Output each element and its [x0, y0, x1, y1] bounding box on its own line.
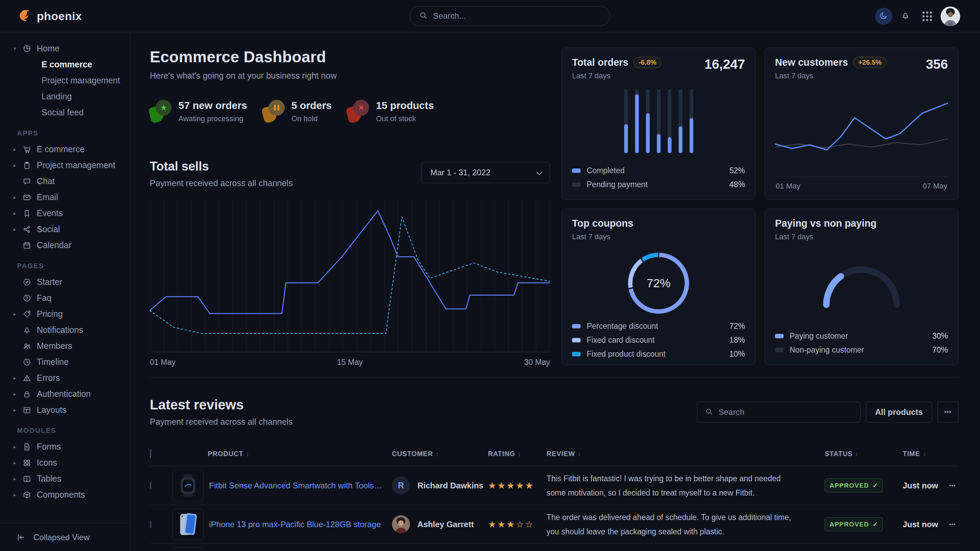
reviews-table: PRODUCT↕CUSTOMER↕RATING↕REVIEW↕STATUS↕TI… [150, 442, 959, 551]
topbar-actions [875, 0, 960, 32]
product-thumbnail [172, 470, 204, 501]
sidebar-item-project-management[interactable]: ▸Project management [0, 157, 130, 173]
product-link[interactable]: Fitbit Sense Advanced Smartwatch with To… [209, 481, 383, 491]
x-label-mid: 15 May [337, 358, 363, 367]
axis-label-start: 01 May [776, 182, 800, 191]
sidebar-item-e-commerce[interactable]: E commerce [0, 57, 130, 73]
compass-icon [22, 278, 37, 287]
brand[interactable]: phoenix [0, 8, 82, 24]
stat-item: ×15 productsOut of stock [347, 100, 434, 123]
sidebar-item-errors[interactable]: ▸Errors [0, 370, 130, 386]
legend-row: Fixed product discount10% [572, 349, 745, 359]
row-checkbox[interactable] [150, 521, 151, 528]
sidebar-item-label: Chat [37, 176, 55, 186]
cube-icon [22, 491, 37, 499]
select-all-checkbox[interactable] [150, 449, 151, 458]
sidebar-item-home[interactable]: ▾Home [0, 41, 130, 57]
lock-icon [22, 390, 37, 399]
avatar [392, 515, 410, 533]
notifications-button[interactable] [897, 8, 914, 25]
status-badge: APPROVED✓ [825, 517, 883, 531]
sidebar-item-label: E commerce [37, 144, 84, 154]
legend-row: Paying customer30% [775, 332, 948, 341]
apps-menu-button[interactable] [919, 8, 936, 25]
new-customers-x-axis: 01 May 07 May [775, 177, 948, 191]
collapse-view-button[interactable]: Collapsed View [0, 523, 130, 551]
sidebar-item-members[interactable]: Members [0, 338, 130, 354]
sidebar-item-events[interactable]: ▸Events [0, 205, 130, 221]
sidebar-item-label: Calendar [37, 240, 71, 250]
rating-stars: ★★★★★ [488, 480, 547, 491]
sidebar-item-landing[interactable]: Landing [0, 89, 130, 105]
column-header-rating[interactable]: RATING↕ [488, 450, 547, 458]
column-header-product[interactable]: PRODUCT↕ [172, 450, 392, 458]
sidebar-item-notifications[interactable]: Notifications [0, 322, 130, 338]
sidebar-item-faq[interactable]: Faq [0, 290, 130, 306]
column-header-customer[interactable]: CUSTOMER↕ [392, 450, 488, 458]
row-menu-button[interactable]: ••• [947, 483, 959, 489]
caret-right-icon: ▸ [14, 476, 22, 482]
sidebar-item-project-management[interactable]: Project management [0, 73, 130, 89]
reviews-subtitle: Payment received across all channels [150, 417, 293, 427]
theme-toggle-button[interactable] [875, 8, 892, 25]
sidebar-item-starter[interactable]: Starter [0, 274, 130, 290]
sidebar-item-label: Email [37, 192, 58, 202]
product-link[interactable]: iPhone 13 pro max-Pacific Blue-128GB sto… [209, 520, 381, 529]
sidebar-item-calendar[interactable]: Calendar [0, 237, 130, 253]
column-header-status[interactable]: STATUS↕ [825, 450, 903, 458]
search-icon [705, 407, 713, 417]
column-header-review[interactable]: REVIEW↕ [547, 450, 825, 458]
sidebar-item-label: Icons [37, 458, 57, 468]
reviews-search-input[interactable] [719, 407, 853, 417]
caret-right-icon: ▸ [14, 460, 22, 466]
row-checkbox[interactable] [150, 482, 151, 489]
sidebar-item-components[interactable]: ▸Components [0, 487, 130, 503]
chevron-down-icon [536, 169, 542, 175]
legend-label: Paying customer [790, 332, 932, 341]
legend-label: Fixed card discount [587, 335, 729, 345]
sidebar-item-icons[interactable]: ▸Icons [0, 455, 130, 471]
caret-right-icon: ▸ [14, 210, 22, 216]
caret-right-icon: ▸ [14, 226, 22, 232]
x-label-start: 01 May [150, 358, 175, 367]
sidebar-item-label: Notifications [37, 325, 83, 335]
phoenix-logo-icon [18, 8, 32, 24]
sidebar-item-chat[interactable]: Chat [0, 173, 130, 189]
row-menu-button[interactable]: ••• [947, 521, 959, 527]
page-title: Ecommerce Dashboard [150, 48, 550, 66]
reviews-search [697, 402, 861, 423]
legend-label: Pending payment [587, 180, 729, 189]
sidebar-item-social[interactable]: ▸Social [0, 221, 130, 237]
review-time: Just now [903, 481, 947, 491]
warning-triangle-icon [22, 374, 37, 383]
sidebar-item-timeline[interactable]: Timeline [0, 354, 130, 370]
paying-title: Paying vs non paying [775, 218, 877, 229]
caret-down-icon: ▾ [14, 46, 22, 52]
sidebar-item-pricing[interactable]: ▸Pricing [0, 306, 130, 322]
sidebar-item-tables[interactable]: ▸Tables [0, 471, 130, 487]
sidebar-item-email[interactable]: ▸Email [0, 189, 130, 205]
column-header-time[interactable]: TIME↕ [903, 450, 947, 458]
share-icon [22, 225, 37, 234]
donut-center-label: 72% [625, 249, 692, 317]
file-text-icon [22, 442, 37, 451]
legend-row: Pending payment48% [572, 180, 745, 189]
total-orders-card: Total orders -6.8% Last 7 days 16,247 Co… [562, 48, 756, 200]
all-products-button[interactable]: All products [866, 402, 932, 423]
x-label-end: 30 May [524, 358, 550, 367]
caret-right-icon: ▸ [14, 162, 22, 168]
date-range-select[interactable]: Mar 1 - 31, 2022 [421, 162, 550, 183]
sidebar-item-layouts[interactable]: ▸Layouts [0, 402, 130, 418]
total-sells-chart [150, 198, 550, 352]
sidebar-item-authentication[interactable]: ▸Authentication [0, 386, 130, 402]
user-avatar[interactable] [940, 6, 960, 26]
sidebar-item-forms[interactable]: ▸Forms [0, 439, 130, 455]
stat-sub: Out of stock [376, 114, 434, 123]
sidebar-item-label: Authentication [37, 389, 91, 399]
sidebar-item-e-commerce[interactable]: ▸E commerce [0, 141, 130, 157]
question-circle-icon [22, 294, 37, 303]
sidebar-item-label: Faq [37, 293, 51, 303]
sidebar-item-social-feed[interactable]: Social feed [0, 105, 130, 121]
more-options-button[interactable]: ••• [937, 402, 959, 423]
search-input[interactable] [433, 11, 601, 21]
